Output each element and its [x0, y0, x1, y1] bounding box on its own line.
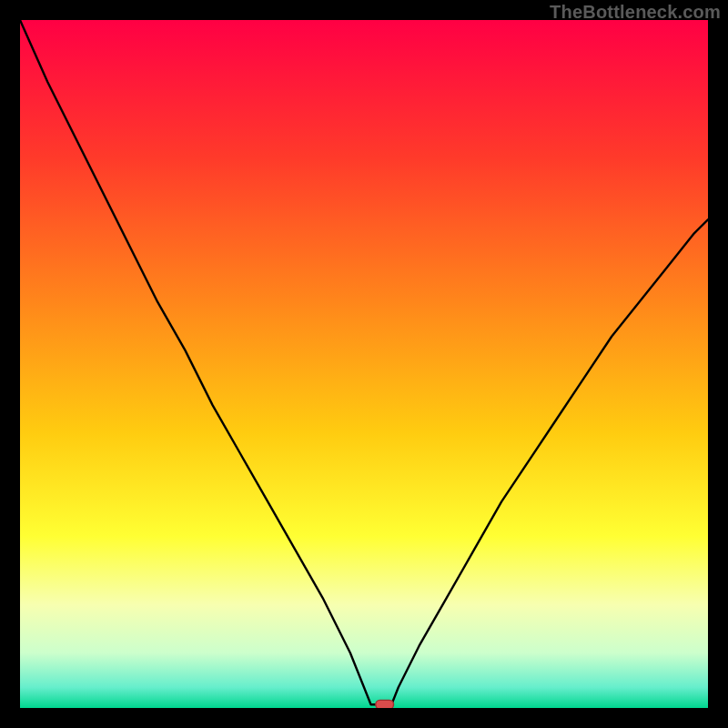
watermark-text: TheBottleneck.com [550, 2, 721, 23]
chart-frame: TheBottleneck.com [0, 0, 728, 728]
optimal-marker [376, 700, 394, 708]
bottleneck-chart [20, 20, 708, 708]
chart-background [20, 20, 708, 708]
